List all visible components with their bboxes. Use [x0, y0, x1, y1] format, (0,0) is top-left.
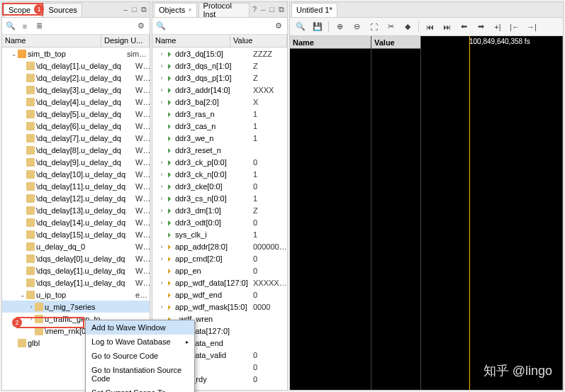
col-value[interactable]: Value — [230, 35, 287, 47]
object-row[interactable]: ›⏵ddr3_odt[0:0]0 — [152, 216, 287, 228]
object-row[interactable]: ›⏵app_cmd[2:0]0 — [152, 252, 287, 264]
restore-icon[interactable]: ⧉ — [277, 5, 286, 14]
zoom-fit-icon[interactable]: ⛶ — [367, 21, 380, 33]
object-row[interactable]: ›⏵ddr3_dm[1:0]Z — [152, 204, 287, 216]
tree-row[interactable]: \dq_delay[14].u_delay_dqWireDelay — [2, 216, 150, 228]
goto-first-icon[interactable]: ⏮ — [423, 21, 436, 33]
tree-row[interactable]: \dq_delay[9].u_delay_dqWireDelay — [2, 156, 150, 168]
zoom-out-icon[interactable]: ⊖ — [350, 21, 363, 33]
expand-icon[interactable]: › — [158, 279, 165, 286]
maximize-icon[interactable]: □ — [268, 5, 276, 14]
collapse-icon[interactable]: ≣ — [33, 21, 45, 32]
expand-icon[interactable]: › — [158, 159, 165, 166]
minimize-icon[interactable]: – — [259, 5, 267, 14]
prev-edge-icon[interactable]: ⬅ — [457, 21, 470, 33]
search-icon[interactable]: 🔍 — [155, 21, 167, 32]
gear-icon[interactable]: ⚙ — [135, 21, 147, 32]
object-row[interactable]: ›⏵ddr3_cs_n[0:0]1 — [152, 192, 287, 204]
expand-icon[interactable]: › — [158, 62, 165, 69]
object-row[interactable]: ›⏵ddr3_addr[14:0]XXXX — [152, 84, 287, 96]
object-row[interactable]: ›⏵app_wdf_data[127:0]XXXXXXXXX — [152, 276, 287, 289]
expand-icon[interactable]: › — [158, 74, 165, 82]
goto-last-icon[interactable]: ⏭ — [440, 21, 453, 33]
tree-row[interactable]: u_delay_dq_0WireDelay — [2, 240, 150, 252]
tree-row[interactable]: \dq_delay[11].u_delay_dqWireDelay — [2, 180, 150, 192]
wave-value-header[interactable]: Value — [371, 36, 420, 49]
object-row[interactable]: ⏵ddr3_cas_n1 — [152, 120, 287, 132]
col-name[interactable]: Name — [152, 35, 230, 47]
marker-icon[interactable]: ◆ — [401, 21, 414, 33]
object-row[interactable]: ⏵ddr3_reset_n — [152, 144, 287, 156]
tree-row[interactable]: ⌄sim_tb_topsim_tb_top — [2, 47, 150, 60]
expand-icon[interactable]: › — [28, 303, 35, 310]
search-icon[interactable]: 🔍 — [5, 21, 16, 32]
object-row[interactable]: ›⏵ddr3_ck_n[0:0]1 — [152, 168, 287, 180]
next-marker-icon[interactable]: →| — [525, 21, 538, 33]
cut-icon[interactable]: ✂ — [384, 21, 397, 33]
restore-icon[interactable]: ⧉ — [140, 5, 148, 14]
tab-objects[interactable]: Objects× — [154, 3, 197, 17]
wave-name-header[interactable]: Name — [290, 36, 371, 49]
maximize-icon[interactable]: □ — [130, 5, 138, 14]
tree-row[interactable]: \dq_delay[13].u_delay_dqWireDelay — [2, 204, 150, 216]
expand-icon[interactable]: › — [158, 255, 165, 262]
tree-row[interactable]: \dq_delay[2].u_delay_dqWireDelay — [2, 72, 150, 84]
expand-icon[interactable]: › — [158, 50, 165, 57]
tree-row[interactable]: \dq_delay[3].u_delay_dqWireDelay — [2, 84, 150, 96]
close-icon[interactable]: × — [188, 6, 191, 13]
minimize-icon[interactable]: – — [122, 5, 129, 14]
object-row[interactable]: ›⏵ddr3_dqs_n[1:0]Z — [152, 60, 287, 72]
tab-protocol[interactable]: Protocol Inst — [198, 3, 250, 17]
wave-area[interactable]: Name Value 100,849,640,358 fs — [290, 36, 563, 390]
expand-icon[interactable]: › — [28, 315, 35, 323]
expand-icon[interactable]: ⌄ — [11, 50, 18, 57]
filter-icon[interactable]: ≡ — [19, 21, 30, 32]
zoom-in-icon[interactable]: ⊕ — [333, 21, 346, 33]
tree-row[interactable]: \dq_delay[4].u_delay_dqWireDelay — [2, 96, 150, 108]
expand-icon[interactable]: › — [158, 99, 165, 106]
tree-row[interactable]: \dqs_delay[0].u_delay_dqWireDelay — [2, 252, 150, 264]
add-marker-icon[interactable]: +| — [491, 21, 504, 33]
object-row[interactable]: ⏵app_en0 — [152, 264, 287, 276]
next-edge-icon[interactable]: ➡ — [474, 21, 487, 33]
object-row[interactable]: ›⏵ddr3_dq[15:0]ZZZZ — [152, 47, 287, 60]
expand-icon[interactable]: › — [158, 207, 165, 214]
tree-row[interactable]: \dq_delay[12].u_delay_dqWireDelay — [2, 192, 150, 204]
prev-marker-icon[interactable]: |← — [508, 21, 521, 33]
object-row[interactable]: ›⏵app_addr[28:0]00000000 — [152, 240, 287, 252]
object-row[interactable]: ›⏵app_wdf_mask[15:0]0000 — [152, 301, 287, 313]
tree-row[interactable]: \dq_delay[5].u_delay_dqWireDelay — [2, 108, 150, 120]
expand-icon[interactable]: › — [158, 303, 165, 310]
expand-icon[interactable]: › — [158, 183, 165, 190]
gear-icon[interactable]: ⚙ — [273, 21, 284, 32]
col-name[interactable]: Name — [2, 35, 101, 47]
expand-icon[interactable]: ⌄ — [19, 291, 26, 298]
save-icon[interactable]: 💾 — [311, 21, 324, 33]
object-row[interactable]: ›⏵ddr3_cke[0:0]0 — [152, 180, 287, 192]
tree-row[interactable]: \dq_delay[15].u_delay_dqWireDelay — [2, 228, 150, 240]
tree-row[interactable]: \dq_delay[7].u_delay_dqWireDelay — [2, 132, 150, 144]
tree-row[interactable]: \dq_delay[1].u_delay_dqWireDelay — [2, 60, 150, 72]
tree-row[interactable]: \dq_delay[6].u_delay_dqWireDelay — [2, 120, 150, 132]
object-row[interactable]: ›⏵ddr3_ba[2:0]X — [152, 96, 287, 108]
tree-row[interactable]: ⌄u_ip_topexample_top — [2, 289, 150, 301]
expand-icon[interactable]: › — [158, 243, 165, 250]
menu-item[interactable]: Add to Wave Window — [86, 320, 194, 335]
expand-icon[interactable]: › — [158, 171, 165, 178]
object-row[interactable]: ›⏵ddr3_ck_p[0:0]0 — [152, 156, 287, 168]
object-row[interactable]: ⏵sys_clk_i1 — [152, 228, 287, 240]
object-row[interactable]: ⏵ddr3_ras_n1 — [152, 108, 287, 120]
menu-item[interactable]: Log to Wave Database▸ — [86, 335, 194, 349]
tree-row[interactable]: \dq_delay[8].u_delay_dqWireDelay — [2, 144, 150, 156]
expand-icon[interactable]: › — [158, 195, 165, 202]
object-row[interactable]: ›⏵ddr3_dqs_p[1:0]Z — [152, 72, 287, 84]
menu-item[interactable]: Set Current Scope To Active — [86, 386, 194, 392]
col-design[interactable]: Design U... — [101, 35, 150, 47]
object-row[interactable]: ⏵ddr3_we_n1 — [152, 132, 287, 144]
search-icon[interactable]: 🔍 — [294, 21, 307, 33]
tab-sources[interactable]: Sources — [43, 3, 82, 17]
tree-row[interactable]: \dqs_delay[1].u_delay_dqWireDelay — [2, 264, 150, 276]
expand-icon[interactable]: › — [158, 219, 165, 226]
object-row[interactable]: ⏵app_wdf_end0 — [152, 289, 287, 301]
tree-row[interactable]: \dqs_delay[1].u_delay_dqWireDelay — [2, 276, 150, 289]
